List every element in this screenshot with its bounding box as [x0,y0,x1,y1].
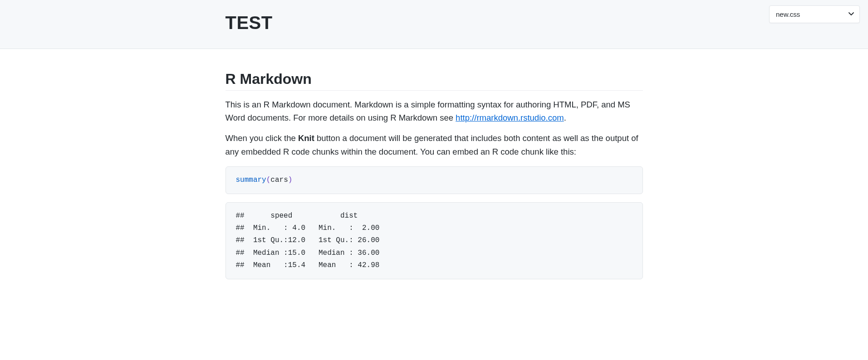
knit-strong: Knit [298,133,314,143]
paragraph-intro: This is an R Markdown document. Markdown… [226,98,643,124]
section-heading: R Markdown [226,71,643,91]
code-token-argument: cars [270,176,288,184]
document-title: TEST [226,13,643,33]
code-token-open-paren: ( [266,176,271,184]
document-body: R Markdown This is an R Markdown documen… [226,49,643,306]
code-token-function: summary [236,176,266,184]
css-theme-selector[interactable]: new.css [769,5,860,23]
paragraph-knit: When you click the Knit button a documen… [226,131,643,158]
code-token-close-paren: ) [288,176,293,184]
paragraph-knit-text-a: When you click the [226,133,298,143]
paragraph-intro-text-a: This is an R Markdown document. Markdown… [226,100,630,122]
paragraph-intro-text-b: . [564,113,566,122]
page-header: TEST new.css [0,0,868,49]
css-theme-selected-label: new.css [776,10,800,18]
code-output: ## speed dist ## Min. : 4.0 Min. : 2.00 … [226,202,643,279]
rmarkdown-link[interactable]: http://rmarkdown.rstudio.com [456,113,564,122]
chevron-down-icon [848,10,855,19]
code-chunk: summary(cars) [226,166,643,194]
